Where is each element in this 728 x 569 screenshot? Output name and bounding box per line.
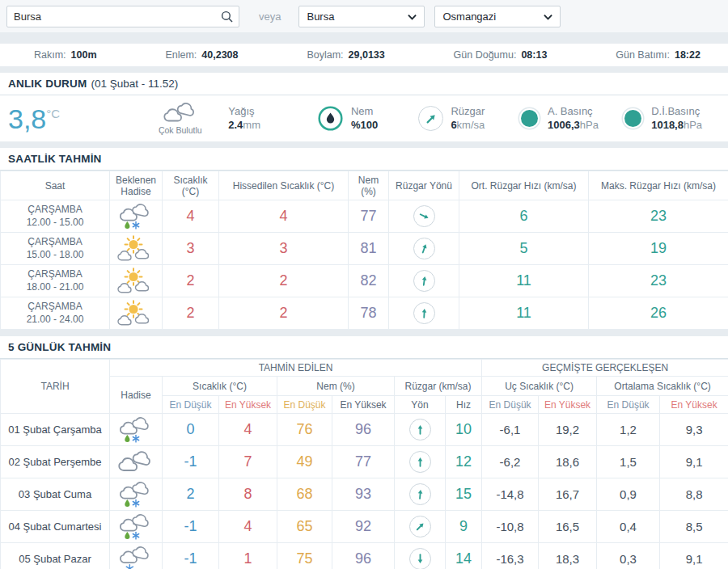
daily-row: 01 Şubat Çarşamba 0 4 76 96 10 -6,1 19,2… <box>1 414 728 446</box>
humidity-drop-icon <box>317 105 344 132</box>
weather-sleet-icon <box>117 519 154 533</box>
daily-temp-min-cell: 2 <box>163 478 219 511</box>
daily-hum-max-cell: 93 <box>332 478 395 511</box>
chevron-down-icon <box>408 11 417 23</box>
daily-wind-speed-cell: 14 <box>446 543 482 569</box>
daily-date-cell: 03 Şubat Cuma <box>1 478 110 511</box>
hourly-column-header: Beklenen Hadise <box>110 171 163 200</box>
daily-ext-min-cell: -16,3 <box>482 543 539 569</box>
daily-section: 5 GÜNLÜK TAHMİN TARİH TAHMİN EDİLEN GEÇM… <box>0 336 728 569</box>
daily-ext-max-cell: 18,6 <box>539 446 597 478</box>
hourly-row: ÇARŞAMBA18.00 - 21.00 2 2 82 11 23 <box>1 265 728 297</box>
hourly-humidity-cell: 78 <box>349 297 389 330</box>
hourly-wind-dir-cell <box>389 200 459 233</box>
daily-wind-dir-cell <box>395 414 446 446</box>
hourly-column-header: Saat <box>1 171 110 200</box>
daily-wind-dir-cell <box>395 446 446 478</box>
daily-avg-max-cell: 8,5 <box>660 511 728 543</box>
condition-label: Çok Bulutlu <box>159 125 202 135</box>
weather-partly-sunny-icon <box>117 241 154 255</box>
pressure-label: A. Basınç <box>548 105 599 119</box>
daily-hum-max-cell: 96 <box>332 543 395 569</box>
daily-avg-min-cell: 1,5 <box>597 446 660 478</box>
chevron-down-icon <box>544 11 552 23</box>
hourly-time-cell: ÇARŞAMBA12.00 - 15.00 <box>1 200 110 233</box>
current-temperature: 3,8 °C <box>8 105 132 133</box>
info-bar: Rakım:100mEnlem:40,2308Boylam:29,0133Gün… <box>0 44 728 66</box>
daily-col-wind-speed: Hız <box>446 396 482 414</box>
district-select[interactable]: Osmangazi <box>434 6 561 27</box>
hourly-column-header: Ort. Rüzgar Hızı (km/sa) <box>459 171 589 200</box>
temperature-value: 3,8 <box>8 105 46 133</box>
hourly-time-cell: ÇARŞAMBA18.00 - 21.00 <box>1 265 110 297</box>
hourly-column-header: Sıcaklık (°C) <box>163 171 219 200</box>
daily-col-event: Hadise <box>110 377 163 414</box>
wind-direction-icon <box>409 451 431 473</box>
precip-unit: mm <box>243 119 260 131</box>
wind-direction-icon <box>413 205 435 227</box>
weather-sleet-icon <box>117 487 154 500</box>
weather-cloudy-icon <box>117 454 154 468</box>
current-section: ANLIK DURUM (01 Şubat - 11.52) 3,8 °C Ço… <box>0 73 728 141</box>
current-subtitle: (01 Şubat - 11.52) <box>91 78 178 90</box>
hourly-max-wind-cell: 19 <box>589 233 728 265</box>
daily-avg-min-cell: 0,9 <box>597 478 660 511</box>
daily-group-avg-temp: Ortalama Sıcaklık (°C) <box>597 377 728 396</box>
daily-avg-max-cell: 8,8 <box>660 478 728 511</box>
cloudy-icon <box>162 102 199 124</box>
search-icon[interactable] <box>214 6 239 27</box>
weather-partly-sunny-icon <box>117 273 154 287</box>
daily-col-date: TARİH <box>1 360 110 414</box>
hourly-section-title: SAATLİK TAHMİN <box>0 148 728 171</box>
daily-temp-min-cell: -1 <box>163 511 219 543</box>
daily-wind-dir-cell <box>395 478 446 511</box>
daily-col-ext-min: En Düşük <box>482 396 539 414</box>
hourly-time-cell: ÇARŞAMBA15.00 - 18.00 <box>1 233 110 265</box>
daily-col-temp-min: En Düşük <box>163 396 219 414</box>
daily-ext-min-cell: -14,8 <box>482 478 539 511</box>
daily-wind-speed-cell: 12 <box>446 446 482 478</box>
daily-hum-min-cell: 68 <box>277 478 332 511</box>
daily-group-temp: Sıcaklık (°C) <box>163 377 277 396</box>
daily-group-past: GEÇMİŞTE GERÇEKLEŞEN <box>482 360 728 377</box>
current-pressure: A. Basınç 1006,3hPa <box>518 105 622 133</box>
current-humidity: Nem %100 <box>317 105 418 133</box>
daily-avg-min-cell: 1,2 <box>597 414 660 446</box>
hourly-column-header: Maks. Rüzgar Hızı (km/sa) <box>589 171 728 200</box>
current-card: 3,8 °C Çok Bulutlu Yağış 2.4mm Nem %100 … <box>0 95 728 141</box>
hourly-wind-dir-cell <box>389 297 459 330</box>
hourly-max-wind-cell: 23 <box>589 265 728 297</box>
daily-event-cell <box>110 543 163 569</box>
district-select-value: Osmangazi <box>442 11 496 23</box>
search-input[interactable] <box>7 11 214 23</box>
current-precipitation: Yağış 2.4mm <box>228 105 317 133</box>
daily-wind-speed-cell: 10 <box>446 414 482 446</box>
humidity-value: %100 <box>351 119 378 133</box>
info-item: Enlem:40,2308 <box>165 49 238 61</box>
current-wind: Rüzgar 6km/sa <box>418 105 518 133</box>
current-title: ANLIK DURUM <box>8 78 87 90</box>
province-select[interactable]: Bursa <box>298 6 425 27</box>
hourly-event-cell <box>110 200 163 233</box>
daily-ext-max-cell: 19,2 <box>539 414 597 446</box>
daily-hum-min-cell: 76 <box>277 414 332 446</box>
hourly-avg-wind-cell: 6 <box>459 200 589 233</box>
daily-col-ext-max: En Yüksek <box>539 396 597 414</box>
daily-hum-max-cell: 92 <box>332 511 395 543</box>
hourly-max-wind-cell: 26 <box>589 297 728 330</box>
temperature-unit: °C <box>46 107 60 120</box>
daily-temp-min-cell: -1 <box>163 543 219 569</box>
daily-avg-max-cell: 9,1 <box>660 543 728 569</box>
daily-col-hum-min: En Düşük <box>277 396 332 414</box>
daily-temp-max-cell: 4 <box>219 414 277 446</box>
daily-hum-min-cell: 49 <box>277 446 332 478</box>
province-select-value: Bursa <box>307 11 334 23</box>
wind-direction-icon <box>413 270 435 292</box>
hourly-column-header: Nem (%) <box>349 171 389 200</box>
info-item: Rakım:100m <box>34 49 97 61</box>
hourly-section: SAATLİK TAHMİN SaatBeklenen HadiseSıcakl… <box>0 148 728 330</box>
wind-direction-icon <box>409 548 431 569</box>
daily-row: 05 Şubat Pazar -1 1 75 96 14 -16,3 18,3 … <box>1 543 728 569</box>
daily-ext-max-cell: 18,3 <box>539 543 597 569</box>
daily-hum-min-cell: 75 <box>277 543 332 569</box>
